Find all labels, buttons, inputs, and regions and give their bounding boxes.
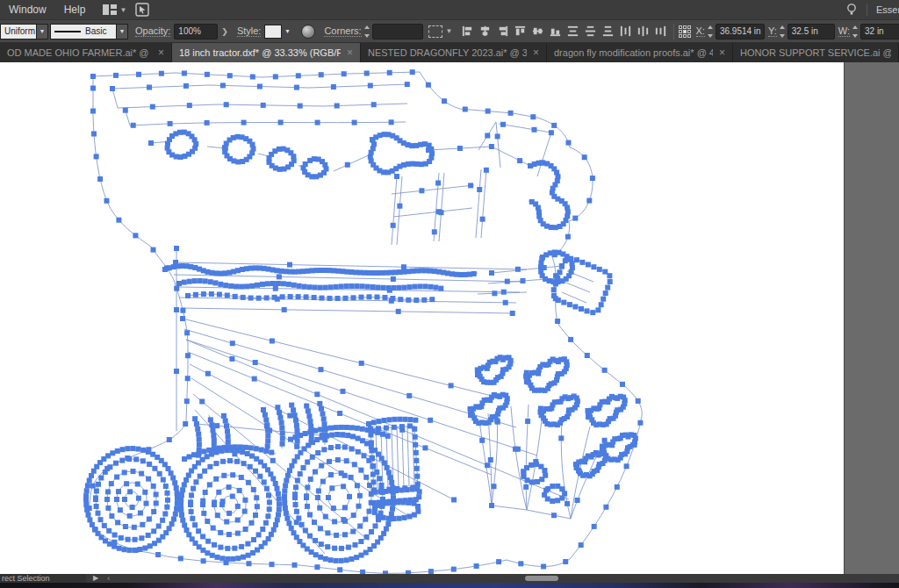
document-tab[interactable]: 18 inch tractor.dxf* @ 33.33% (RGB/Previ… (172, 43, 361, 62)
tab-close-icon[interactable]: × (347, 47, 353, 58)
style-swatch[interactable] (264, 25, 282, 39)
x-field[interactable]: 36.9514 in (716, 24, 765, 39)
dist-center-v-button[interactable] (583, 24, 599, 39)
dist-center-h-icon (636, 25, 650, 38)
chevron-down-icon: ▼ (119, 6, 126, 14)
align-middle-v-icon (531, 25, 544, 38)
control-bar: Uniform ▼ Basic ▼ Opacity: 100% ❯ Style:… (0, 20, 899, 43)
align-right-icon (496, 25, 509, 38)
document-tab[interactable]: dragon fly modification proofs.ai* @ 4.1… (547, 43, 733, 62)
align-right-button[interactable] (495, 24, 511, 39)
artboard-canvas[interactable] (0, 62, 899, 574)
dist-right-icon (654, 25, 667, 38)
width-profile-select[interactable]: Uniform (0, 24, 37, 39)
align-top-icon (514, 25, 527, 38)
dist-bottom-button[interactable] (601, 24, 616, 39)
chevron-down-icon[interactable]: ▼ (446, 27, 453, 35)
chevron-down-icon[interactable]: ▼ (282, 25, 292, 39)
tab-label: NESTED DRAGONFLY 2023.ai* @ 3.12% (RG… (368, 47, 527, 58)
style-label[interactable]: Style: (237, 25, 262, 37)
opacity-label[interactable]: Opacity: (135, 25, 170, 37)
opacity-expand-button[interactable]: ❯ (221, 27, 228, 36)
divider (867, 4, 867, 16)
menu-help[interactable]: Help (55, 4, 95, 16)
dist-left-button[interactable] (618, 24, 634, 39)
illustrator-window: { "menubar": { "menus": ["Window", "Help… (0, 0, 899, 588)
dist-left-icon (619, 25, 632, 38)
dist-center-v-icon (584, 25, 597, 38)
align-center-h-button[interactable] (478, 24, 493, 39)
document-tab[interactable]: NESTED DRAGONFLY 2023.ai* @ 3.12% (RG…× (361, 43, 547, 62)
tab-close-icon[interactable]: × (158, 47, 164, 58)
select-similar-icon[interactable] (428, 25, 442, 38)
tab-label: 18 inch tractor.dxf* @ 33.33% (RGB/Previ… (179, 47, 341, 58)
tab-close-icon[interactable]: × (719, 47, 725, 58)
align-top-button[interactable] (513, 24, 529, 39)
dist-right-button[interactable] (653, 24, 669, 39)
menu-bar: Window Help ▼ Essen (0, 0, 899, 20)
dist-top-button[interactable] (565, 24, 581, 39)
x-label[interactable]: X: (696, 25, 705, 37)
x-stepper[interactable] (707, 25, 714, 38)
menu-window[interactable]: Window (0, 4, 55, 16)
y-field[interactable]: 32.5 in (788, 24, 835, 39)
discover-lightbulb-icon[interactable] (845, 3, 858, 17)
corners-label[interactable]: Corners: (324, 25, 361, 37)
document-tab-bar: OD MADE OHIO FARMER.ai* @ 25% (RGB/…×18 … (0, 43, 899, 62)
chevron-down-icon[interactable]: ▼ (37, 24, 48, 39)
reference-point-icon[interactable] (679, 25, 691, 38)
arrange-documents-button[interactable]: ▼ (103, 4, 126, 15)
y-label[interactable]: Y: (768, 25, 777, 37)
tractor-vector-artwork[interactable] (0, 62, 844, 574)
tab-close-icon[interactable]: × (533, 47, 539, 58)
arrange-documents-icon (103, 4, 117, 15)
touch-workspace-button[interactable] (135, 3, 149, 17)
align-left-button[interactable] (460, 24, 476, 39)
align-button-group (458, 24, 669, 39)
pasteboard[interactable] (844, 62, 899, 574)
corners-field[interactable] (372, 24, 423, 39)
current-tool-label: rect Selection (0, 574, 86, 583)
document-tab[interactable]: OD MADE OHIO FARMER.ai* @ 25% (RGB/…× (0, 43, 172, 62)
align-center-h-icon (478, 25, 492, 38)
y-stepper[interactable] (779, 25, 786, 38)
touch-pointer-icon (135, 3, 149, 17)
play-icon[interactable]: ▶ (93, 574, 98, 583)
anchor-points[interactable] (83, 69, 643, 574)
w-stepper[interactable] (852, 25, 859, 38)
tab-label: HONOR SUPPORT SERVICE.ai @ 8.33% (CMY (740, 47, 891, 58)
align-bottom-button[interactable] (548, 24, 564, 39)
taskbar-sliver (0, 583, 899, 588)
chevron-down-icon[interactable]: ▼ (117, 24, 128, 39)
stroke-preview-icon (54, 30, 81, 33)
chevron-left-icon[interactable]: ‹ (107, 574, 110, 583)
align-left-icon (461, 25, 474, 38)
dist-top-icon (566, 25, 579, 38)
divider (673, 24, 674, 39)
dist-center-h-button[interactable] (636, 24, 651, 39)
recolor-artwork-icon[interactable] (301, 25, 315, 39)
horizontal-scrollbar-thumb[interactable] (525, 576, 558, 581)
tab-label: OD MADE OHIO FARMER.ai* @ 25% (RGB/… (7, 47, 152, 58)
corners-stepper[interactable] (363, 25, 370, 38)
opacity-field[interactable]: 100% (174, 24, 218, 39)
status-bar: rect Selection ▶ ‹ (0, 574, 899, 583)
w-label[interactable]: W: (838, 25, 850, 37)
workspace-switcher[interactable]: Essen (876, 4, 899, 15)
tab-label: dragon fly modification proofs.ai* @ 4.1… (554, 47, 713, 58)
align-middle-v-button[interactable] (530, 24, 546, 39)
dist-bottom-icon (601, 25, 615, 38)
brush-definition-select[interactable]: Basic (50, 24, 117, 39)
align-bottom-icon (549, 25, 562, 38)
w-field[interactable]: 32 in (860, 24, 899, 39)
document-tab[interactable]: HONOR SUPPORT SERVICE.ai @ 8.33% (CMY (733, 43, 899, 62)
